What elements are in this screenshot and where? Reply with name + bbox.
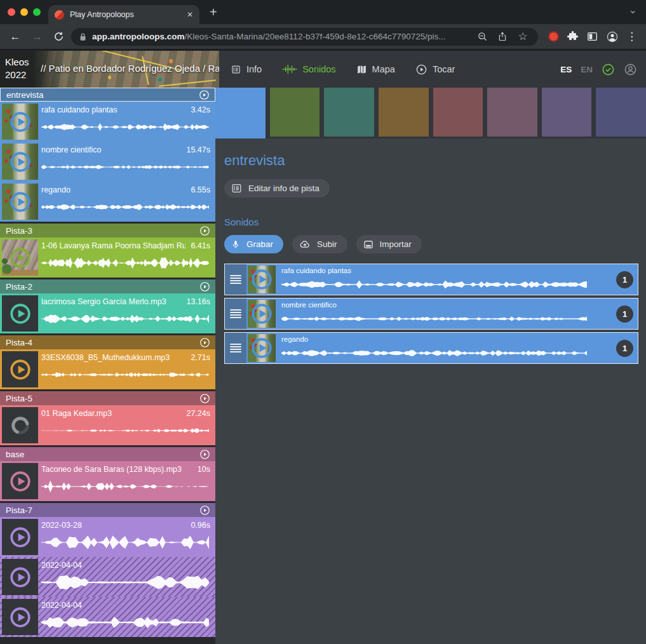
clip-play-icon[interactable] bbox=[8, 358, 32, 382]
clip-play-icon[interactable] bbox=[250, 267, 274, 292]
sound-thumbnail[interactable] bbox=[248, 265, 276, 293]
track-header[interactable]: base bbox=[0, 447, 215, 461]
sound-clip[interactable]: 33ESX6038_B5_Muthedukkum.mp32.71s bbox=[0, 349, 215, 389]
clip-thumbnail[interactable] bbox=[2, 239, 38, 276]
track-header[interactable]: Pista-2 bbox=[0, 279, 215, 293]
clip-thumbnail[interactable] bbox=[2, 104, 38, 140]
window-minimize-button[interactable] bbox=[20, 8, 28, 16]
sound-row[interactable]: nombre cientifico1 bbox=[224, 298, 638, 330]
clip-play-icon[interactable] bbox=[8, 302, 32, 326]
screen-record-extension-icon[interactable] bbox=[548, 31, 559, 42]
clip-play-icon[interactable] bbox=[8, 110, 32, 134]
record-button[interactable]: Grabar bbox=[224, 235, 283, 253]
clip-play-icon[interactable] bbox=[8, 190, 32, 214]
track-color-swatch[interactable] bbox=[487, 88, 537, 137]
nav-tab-tocar[interactable]: Tocar bbox=[415, 64, 455, 76]
clip-play-icon[interactable] bbox=[250, 302, 274, 326]
tab-list-chevron-icon[interactable]: ⌄ bbox=[629, 4, 637, 16]
share-button[interactable] bbox=[495, 29, 510, 44]
track-play-icon[interactable] bbox=[199, 393, 210, 404]
clip-thumbnail[interactable] bbox=[2, 559, 38, 595]
zoom-out-page-button[interactable] bbox=[474, 29, 490, 44]
clip-thumbnail[interactable] bbox=[2, 519, 38, 555]
address-bar[interactable]: app.antropoloops.com/Kleos-Santa-Marina/… bbox=[71, 28, 538, 46]
sound-clip[interactable]: 01 Raga Kedar.mp327.24s bbox=[0, 405, 215, 445]
track-color-swatch[interactable] bbox=[379, 88, 429, 137]
lang-es-button[interactable]: ES bbox=[560, 65, 572, 74]
sound-clip[interactable]: 1-06 Lavanya Rama Poorna Shadjam Rupak..… bbox=[0, 238, 215, 278]
sound-thumbnail[interactable] bbox=[248, 334, 276, 362]
clip-thumbnail[interactable] bbox=[2, 144, 38, 180]
drag-handle[interactable] bbox=[225, 299, 246, 329]
browser-menu-kebab-icon[interactable]: ⋮ bbox=[626, 30, 637, 43]
track-play-icon[interactable] bbox=[199, 337, 210, 348]
sound-clip[interactable]: lacrimosa Sergio García Merlo.mp313.16s bbox=[0, 293, 215, 333]
drag-handle[interactable] bbox=[225, 333, 246, 363]
lang-en-button[interactable]: EN bbox=[581, 65, 593, 74]
clip-thumbnail[interactable] bbox=[2, 463, 38, 499]
sound-clip[interactable]: 2022-03-280.96s bbox=[0, 517, 215, 557]
sound-thumbnail[interactable] bbox=[248, 300, 276, 328]
forward-button[interactable]: → bbox=[28, 28, 46, 46]
tab-close-icon[interactable]: ✕ bbox=[187, 10, 193, 19]
side-panel-icon[interactable] bbox=[586, 30, 598, 43]
clip-play-icon[interactable] bbox=[8, 525, 32, 549]
clip-thumbnail[interactable] bbox=[2, 351, 38, 387]
nav-tab-info[interactable]: Info bbox=[231, 64, 262, 75]
sound-clip[interactable]: Taconeo de Sara Baras (128 kbps).mp310s bbox=[0, 461, 215, 501]
sound-clip[interactable]: 2022-04-04 bbox=[0, 557, 215, 597]
profile-avatar-icon[interactable] bbox=[606, 30, 619, 43]
track-color-swatch[interactable] bbox=[324, 88, 374, 137]
track-color-swatch[interactable] bbox=[596, 88, 646, 137]
track-header[interactable]: Pista-7 bbox=[0, 503, 215, 517]
track-color-swatch[interactable] bbox=[542, 88, 592, 137]
back-button[interactable]: ← bbox=[6, 28, 24, 46]
sound-row[interactable]: rafa cuidando plantas1 bbox=[224, 264, 638, 295]
track-play-icon[interactable] bbox=[199, 90, 210, 100]
clip-duration: 6.55s bbox=[191, 185, 210, 194]
clip-play-icon[interactable] bbox=[250, 336, 274, 360]
clip-title: 01 Raga Kedar.mp3 bbox=[41, 409, 181, 418]
track-color-swatch[interactable] bbox=[215, 88, 266, 138]
clip-play-icon[interactable] bbox=[8, 469, 32, 493]
new-tab-button[interactable]: + bbox=[210, 5, 217, 20]
track-header[interactable]: Pista-3 bbox=[0, 224, 215, 238]
sound-clip[interactable]: nombre cientifico15.47s bbox=[0, 142, 215, 182]
clip-thumbnail[interactable] bbox=[2, 407, 38, 443]
clip-thumbnail[interactable] bbox=[2, 599, 38, 635]
window-zoom-button[interactable] bbox=[33, 8, 41, 16]
waveform bbox=[281, 345, 587, 361]
nav-tab-sonidos[interactable]: Sonidos bbox=[282, 64, 335, 74]
app-logo[interactable]: Kleos 2022 bbox=[5, 56, 29, 81]
sound-clip[interactable]: rafa cuidando plantas3.42s bbox=[0, 102, 215, 142]
clip-thumbnail[interactable] bbox=[2, 295, 38, 332]
track-color-swatch[interactable] bbox=[270, 88, 320, 137]
track-header[interactable]: Pista-5 bbox=[0, 391, 215, 405]
track-play-icon[interactable] bbox=[199, 449, 210, 460]
browser-tab[interactable]: Play Antropoloops ✕ bbox=[48, 5, 199, 24]
sound-row[interactable]: regando1 bbox=[224, 332, 638, 364]
sound-clip[interactable]: regando6.55s bbox=[0, 182, 215, 222]
track-play-icon[interactable] bbox=[199, 225, 210, 236]
clip-thumbnail[interactable] bbox=[2, 184, 38, 220]
window-close-button[interactable] bbox=[8, 8, 15, 16]
track-play-icon[interactable] bbox=[199, 281, 210, 292]
sound-clip[interactable]: 2022-04-04 bbox=[0, 597, 215, 637]
track-header[interactable]: entrevista bbox=[0, 88, 215, 102]
clip-play-icon[interactable] bbox=[8, 605, 32, 629]
upload-button[interactable]: Subir bbox=[292, 235, 347, 253]
extensions-puzzle-icon[interactable] bbox=[567, 30, 579, 43]
track-color-swatch[interactable] bbox=[433, 88, 483, 137]
edit-track-info-button[interactable]: Editar info de pista bbox=[224, 179, 330, 198]
track-play-icon[interactable] bbox=[199, 505, 210, 516]
nav-tab-mapa[interactable]: Mapa bbox=[356, 64, 395, 75]
bookmark-star-icon[interactable]: ☆ bbox=[515, 29, 530, 44]
reload-button[interactable] bbox=[50, 28, 67, 46]
track-header[interactable]: Pista-4 bbox=[0, 335, 215, 349]
import-button[interactable]: Importar bbox=[356, 235, 422, 253]
clip-play-icon[interactable] bbox=[8, 150, 32, 174]
account-icon[interactable] bbox=[624, 63, 637, 76]
clip-play-icon[interactable] bbox=[8, 246, 32, 270]
drag-handle[interactable] bbox=[225, 264, 246, 295]
clip-play-icon[interactable] bbox=[8, 565, 32, 589]
